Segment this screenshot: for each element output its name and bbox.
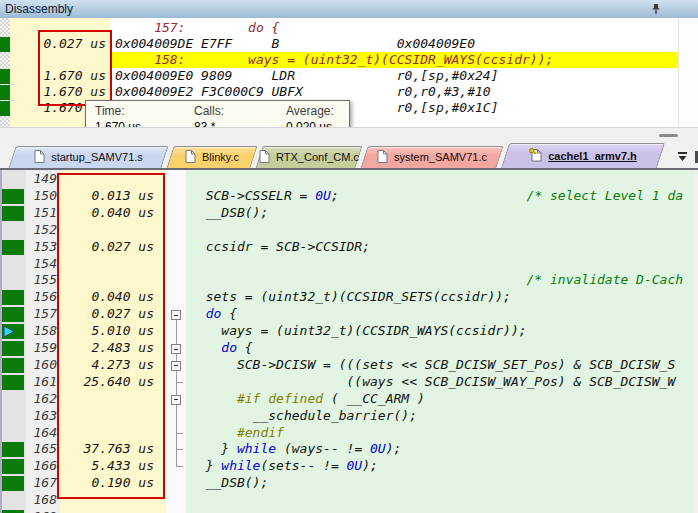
tab-label: startup_SAMV71.s — [51, 151, 143, 163]
code-text: } while (ways-- != 0U); — [190, 441, 401, 458]
file-icon — [377, 150, 388, 165]
tab-label-wrap: RTX_Conf_CM.c — [259, 146, 359, 168]
line-number: 165 — [20, 441, 57, 458]
line-number: 156 — [20, 289, 57, 306]
locked-file-icon — [529, 148, 542, 164]
line-number: 150 — [20, 188, 57, 205]
disassembly-text: 0x004009DE E7FF B 0x004009E0 — [115, 36, 475, 52]
line-number: 168 — [20, 492, 57, 509]
timing-annotation-rect-editor — [57, 173, 165, 499]
fold-end-tick — [177, 382, 183, 383]
code-text: ccsidr = SCB->CCSIDR; — [190, 239, 370, 256]
file-icon — [259, 150, 270, 165]
pin-icon[interactable] — [650, 3, 662, 15]
tab-rtx-conf-cm-c[interactable]: RTX_Conf_CM.c — [259, 146, 359, 168]
tab-label: cachel1_armv7.h — [548, 150, 637, 162]
code-text: #if defined ( __CC_ARM ) — [190, 391, 425, 408]
code-text: /* invalidate D-Cach — [190, 272, 683, 289]
line-number: 159 — [20, 340, 57, 357]
execution-block — [0, 69, 10, 84]
tooltip-calls-label: Calls: — [194, 104, 224, 118]
tooltip-calls-value: 83 * — [194, 120, 215, 127]
code-editor: 1491500.013 us SCB->CSSELR = 0U; /* sele… — [0, 170, 698, 513]
line-number: 157 — [20, 306, 57, 323]
tab-startup-samv71-s[interactable]: startup_SAMV71.s — [12, 146, 165, 168]
line-number: 162 — [20, 391, 57, 408]
fold-toggle[interactable] — [171, 344, 181, 354]
tooltip-time-label: Time: — [95, 104, 125, 118]
fold-toggle[interactable] — [171, 395, 181, 405]
disassembly-text: 157: do { — [115, 20, 279, 36]
fold-toggle[interactable] — [171, 361, 181, 371]
disassembly-hscrollbar[interactable] — [0, 127, 698, 144]
file-icon — [185, 150, 196, 165]
line-number: 167 — [20, 475, 57, 492]
code-text: ((ways << SCB_DCISW_WAY_Pos) & SCB_DCISW… — [190, 374, 675, 391]
timing-tooltip: Time: 1.670 us Calls: 83 * Average: 0.02… — [85, 100, 350, 127]
disassembly-text: 158: ways = (uint32_t)(CCSIDR_WAYS(ccsid… — [115, 52, 553, 68]
fold-end-tick — [177, 433, 183, 434]
code-text: __schedule_barrier(); — [190, 408, 417, 425]
code-text: sets = (uint32_t)(CCSIDR_SETS(ccsidr)); — [190, 289, 511, 306]
tab-cachel1-armv7-h[interactable]: cachel1_armv7.h — [505, 143, 661, 168]
current-statement-arrow — [3, 325, 16, 342]
line-number: 154 — [20, 256, 57, 273]
tab-blinky-c[interactable]: Blinky.c — [170, 146, 254, 168]
line-number: 158 — [20, 323, 57, 340]
line-number: 151 — [20, 205, 57, 222]
tooltip-average-label: Average: — [286, 104, 334, 118]
line-number: 155 — [20, 272, 57, 289]
disassembly-text: 0x004009E0 9809 LDR r0,[sp,#0x24] — [115, 68, 499, 84]
tooltip-average-value: 0.020 us — [286, 120, 332, 127]
tab-overflow-icon[interactable] — [677, 152, 688, 162]
line-number: 169 — [20, 509, 57, 513]
code-text: do { — [190, 306, 237, 323]
code-text: do { — [190, 340, 253, 357]
editor-tabbar: startup_SAMV71.sBlinky.cRTX_Conf_CM.csys… — [0, 143, 698, 170]
fold-end-tick — [177, 449, 183, 450]
tab-label-wrap: system_SAMV71.c — [364, 146, 500, 168]
line-number: 160 — [20, 357, 57, 374]
tab-label-wrap: cachel1_armv7.h — [505, 143, 661, 168]
disassembly-text: 0x004009E2 F3C000C9 UBFX r0,r0,#3,#10 — [115, 84, 491, 100]
file-icon — [34, 150, 45, 165]
line-number: 166 — [20, 458, 57, 475]
tab-label: RTX_Conf_CM.c — [276, 151, 359, 163]
tab-system-samv71-c[interactable]: system_SAMV71.c — [364, 146, 500, 168]
code-text: __DSB(); — [190, 205, 268, 222]
line-number: 153 — [20, 239, 57, 256]
code-text: SCB->DCISW = (((sets << SCB_DCISW_SET_Po… — [190, 357, 675, 374]
disassembly-title: Disassembly — [0, 2, 73, 16]
line-number: 161 — [20, 374, 57, 391]
timing-annotation-rect — [38, 30, 112, 106]
line-number: 164 — [20, 425, 57, 442]
fold-toggle[interactable] — [171, 310, 181, 320]
code-text: ways = (uint32_t)(CCSIDR_WAYS(ccsidr)); — [190, 323, 527, 340]
tooltip-time-value: 1.670 us — [95, 120, 141, 127]
code-text: __DSB(); — [190, 475, 268, 492]
code-line-169[interactable]: 169 — [0, 509, 698, 513]
fold-end-tick — [177, 466, 183, 467]
line-number: 152 — [20, 222, 57, 239]
hscrollbar-thumb[interactable] — [659, 134, 678, 137]
fold-structure-line — [176, 315, 177, 467]
tab-label-wrap: startup_SAMV71.s — [12, 146, 165, 168]
line-number: 163 — [20, 408, 57, 425]
execution-block — [0, 101, 10, 116]
code-text: SCB->CSSELR = 0U; /* select Level 1 da — [190, 188, 683, 205]
tab-label: Blinky.c — [202, 151, 239, 163]
tab-label-wrap: Blinky.c — [170, 146, 254, 168]
code-text: } while(sets-- != 0U); — [190, 458, 378, 475]
tab-label: system_SAMV71.c — [394, 151, 487, 163]
disassembly-titlebar[interactable]: Disassembly — [0, 0, 698, 19]
disassembly-window: Disassembly 157: do {0.027 us0x004009DE … — [0, 0, 698, 143]
keil-uvision-screen: Disassembly 157: do {0.027 us0x004009DE … — [0, 0, 698, 513]
line-number: 149 — [20, 171, 57, 188]
code-text: #endif — [190, 425, 284, 442]
disassembly-content: 157: do {0.027 us0x004009DE E7FF B 0x004… — [0, 18, 698, 127]
execution-block — [0, 37, 10, 52]
execution-block — [0, 85, 10, 100]
